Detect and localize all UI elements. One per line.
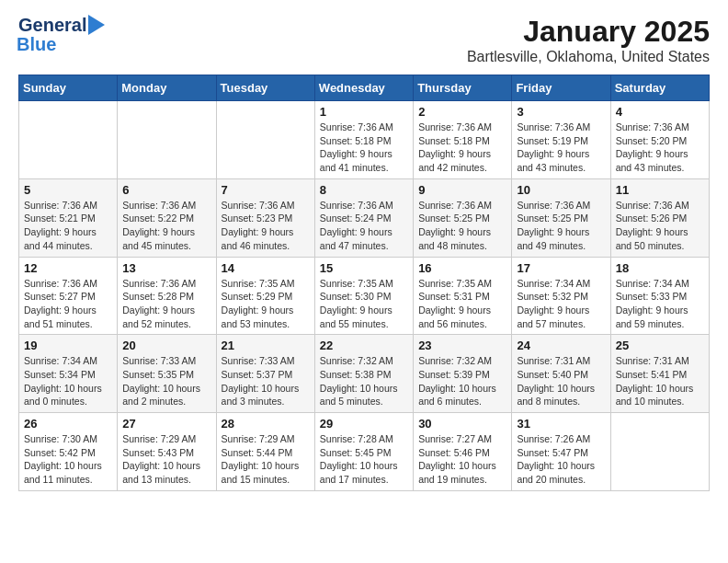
calendar-cell (19, 101, 118, 179)
calendar-cell: 14Sunrise: 7:35 AM Sunset: 5:29 PM Dayli… (216, 257, 314, 335)
day-number: 19 (24, 339, 112, 352)
calendar-cell: 8Sunrise: 7:36 AM Sunset: 5:24 PM Daylig… (314, 178, 413, 257)
calendar-cell: 2Sunrise: 7:36 AM Sunset: 5:18 PM Daylig… (414, 101, 512, 179)
day-detail: Sunrise: 7:27 AM Sunset: 5:46 PM Dayligh… (418, 432, 506, 487)
day-detail: Sunrise: 7:31 AM Sunset: 5:40 PM Dayligh… (517, 354, 605, 408)
calendar-cell: 6Sunrise: 7:36 AM Sunset: 5:22 PM Daylig… (118, 178, 216, 257)
day-detail: Sunrise: 7:36 AM Sunset: 5:20 PM Dayligh… (616, 121, 704, 175)
calendar-cell: 23Sunrise: 7:32 AM Sunset: 5:39 PM Dayli… (414, 335, 512, 413)
day-number: 11 (616, 183, 704, 197)
calendar-cell: 12Sunrise: 7:36 AM Sunset: 5:27 PM Dayli… (19, 257, 118, 335)
day-number: 25 (616, 339, 704, 352)
day-detail: Sunrise: 7:36 AM Sunset: 5:23 PM Dayligh… (222, 199, 310, 253)
day-detail: Sunrise: 7:29 AM Sunset: 5:44 PM Dayligh… (222, 432, 310, 487)
day-detail: Sunrise: 7:31 AM Sunset: 5:41 PM Dayligh… (616, 354, 704, 408)
calendar-week-row: 1Sunrise: 7:36 AM Sunset: 5:18 PM Daylig… (19, 101, 710, 179)
day-number: 5 (24, 183, 112, 197)
day-detail: Sunrise: 7:32 AM Sunset: 5:39 PM Dayligh… (418, 354, 506, 408)
logo-arrow-icon (88, 15, 105, 35)
day-detail: Sunrise: 7:34 AM Sunset: 5:32 PM Dayligh… (517, 277, 605, 331)
calendar-cell: 3Sunrise: 7:36 AM Sunset: 5:19 PM Daylig… (512, 101, 610, 179)
day-detail: Sunrise: 7:30 AM Sunset: 5:42 PM Dayligh… (24, 432, 112, 487)
day-detail: Sunrise: 7:36 AM Sunset: 5:19 PM Dayligh… (517, 121, 605, 175)
day-number: 21 (222, 339, 310, 352)
day-detail: Sunrise: 7:36 AM Sunset: 5:25 PM Dayligh… (418, 199, 506, 253)
day-number: 8 (320, 183, 408, 197)
day-detail: Sunrise: 7:36 AM Sunset: 5:27 PM Dayligh… (24, 277, 112, 331)
day-detail: Sunrise: 7:36 AM Sunset: 5:24 PM Dayligh… (320, 199, 408, 253)
calendar-cell (216, 101, 314, 179)
day-detail: Sunrise: 7:36 AM Sunset: 5:26 PM Dayligh… (616, 199, 704, 253)
day-number: 2 (418, 105, 506, 119)
calendar-cell: 22Sunrise: 7:32 AM Sunset: 5:38 PM Dayli… (314, 335, 413, 413)
calendar-table: SundayMondayTuesdayWednesdayThursdayFrid… (18, 75, 710, 491)
day-number: 3 (517, 105, 605, 119)
logo-blue-text: Blue (17, 34, 56, 54)
calendar-cell: 10Sunrise: 7:36 AM Sunset: 5:25 PM Dayli… (512, 178, 610, 257)
day-detail: Sunrise: 7:33 AM Sunset: 5:37 PM Dayligh… (222, 354, 310, 408)
day-number: 15 (320, 261, 408, 275)
day-detail: Sunrise: 7:35 AM Sunset: 5:30 PM Dayligh… (320, 277, 408, 331)
weekday-header: Monday (118, 75, 216, 101)
day-detail: Sunrise: 7:36 AM Sunset: 5:18 PM Dayligh… (320, 121, 408, 175)
weekday-header: Sunday (19, 75, 118, 101)
calendar-cell: 16Sunrise: 7:35 AM Sunset: 5:31 PM Dayli… (414, 257, 512, 335)
day-number: 17 (517, 261, 605, 275)
calendar-cell: 24Sunrise: 7:31 AM Sunset: 5:40 PM Dayli… (512, 335, 610, 413)
calendar-cell: 1Sunrise: 7:36 AM Sunset: 5:18 PM Daylig… (314, 101, 413, 179)
day-number: 1 (320, 105, 408, 119)
calendar-cell: 27Sunrise: 7:29 AM Sunset: 5:43 PM Dayli… (118, 413, 216, 491)
calendar-cell: 9Sunrise: 7:36 AM Sunset: 5:25 PM Daylig… (414, 178, 512, 257)
calendar-week-row: 26Sunrise: 7:30 AM Sunset: 5:42 PM Dayli… (19, 413, 710, 491)
day-detail: Sunrise: 7:36 AM Sunset: 5:18 PM Dayligh… (418, 121, 506, 175)
weekday-header: Wednesday (314, 75, 413, 101)
day-detail: Sunrise: 7:36 AM Sunset: 5:28 PM Dayligh… (122, 277, 210, 331)
day-number: 18 (616, 261, 704, 275)
day-detail: Sunrise: 7:32 AM Sunset: 5:38 PM Dayligh… (320, 354, 408, 408)
weekday-header: Thursday (414, 75, 512, 101)
day-number: 24 (517, 339, 605, 352)
calendar-cell: 11Sunrise: 7:36 AM Sunset: 5:26 PM Dayli… (610, 178, 709, 257)
day-number: 26 (24, 417, 112, 431)
day-detail: Sunrise: 7:28 AM Sunset: 5:45 PM Dayligh… (320, 432, 408, 487)
day-number: 28 (222, 417, 310, 431)
weekday-header: Tuesday (216, 75, 314, 101)
calendar-cell (610, 413, 709, 491)
day-detail: Sunrise: 7:36 AM Sunset: 5:25 PM Dayligh… (517, 199, 605, 253)
calendar-cell: 13Sunrise: 7:36 AM Sunset: 5:28 PM Dayli… (118, 257, 216, 335)
calendar-cell: 18Sunrise: 7:34 AM Sunset: 5:33 PM Dayli… (610, 257, 709, 335)
day-number: 23 (418, 339, 506, 352)
calendar-week-row: 5Sunrise: 7:36 AM Sunset: 5:21 PM Daylig… (19, 178, 710, 257)
day-number: 9 (418, 183, 506, 197)
calendar-cell: 5Sunrise: 7:36 AM Sunset: 5:21 PM Daylig… (19, 178, 118, 257)
day-number: 16 (418, 261, 506, 275)
day-number: 20 (122, 339, 210, 352)
day-detail: Sunrise: 7:36 AM Sunset: 5:22 PM Dayligh… (122, 199, 210, 253)
day-number: 12 (24, 261, 112, 275)
title-area: January 2025 Bartlesville, Oklahoma, Uni… (467, 15, 710, 65)
day-detail: Sunrise: 7:34 AM Sunset: 5:34 PM Dayligh… (24, 354, 112, 408)
calendar-header-row: SundayMondayTuesdayWednesdayThursdayFrid… (19, 75, 710, 101)
day-number: 30 (418, 417, 506, 431)
day-number: 14 (222, 261, 310, 275)
day-number: 29 (320, 417, 408, 431)
calendar-cell: 19Sunrise: 7:34 AM Sunset: 5:34 PM Dayli… (19, 335, 118, 413)
day-number: 7 (222, 183, 310, 197)
calendar-cell: 28Sunrise: 7:29 AM Sunset: 5:44 PM Dayli… (216, 413, 314, 491)
day-detail: Sunrise: 7:26 AM Sunset: 5:47 PM Dayligh… (517, 432, 605, 487)
calendar-cell: 30Sunrise: 7:27 AM Sunset: 5:46 PM Dayli… (414, 413, 512, 491)
day-detail: Sunrise: 7:35 AM Sunset: 5:31 PM Dayligh… (418, 277, 506, 331)
calendar-cell: 21Sunrise: 7:33 AM Sunset: 5:37 PM Dayli… (216, 335, 314, 413)
weekday-header: Friday (512, 75, 610, 101)
page-subtitle: Bartlesville, Oklahoma, United States (467, 49, 710, 65)
day-number: 4 (616, 105, 704, 119)
header: General Blue January 2025 Bartlesville, … (18, 15, 710, 65)
calendar-cell: 17Sunrise: 7:34 AM Sunset: 5:32 PM Dayli… (512, 257, 610, 335)
calendar-cell: 15Sunrise: 7:35 AM Sunset: 5:30 PM Dayli… (314, 257, 413, 335)
day-detail: Sunrise: 7:35 AM Sunset: 5:29 PM Dayligh… (222, 277, 310, 331)
day-number: 22 (320, 339, 408, 352)
day-number: 13 (122, 261, 210, 275)
weekday-header: Saturday (610, 75, 709, 101)
calendar-cell: 7Sunrise: 7:36 AM Sunset: 5:23 PM Daylig… (216, 178, 314, 257)
calendar-cell: 25Sunrise: 7:31 AM Sunset: 5:41 PM Dayli… (610, 335, 709, 413)
